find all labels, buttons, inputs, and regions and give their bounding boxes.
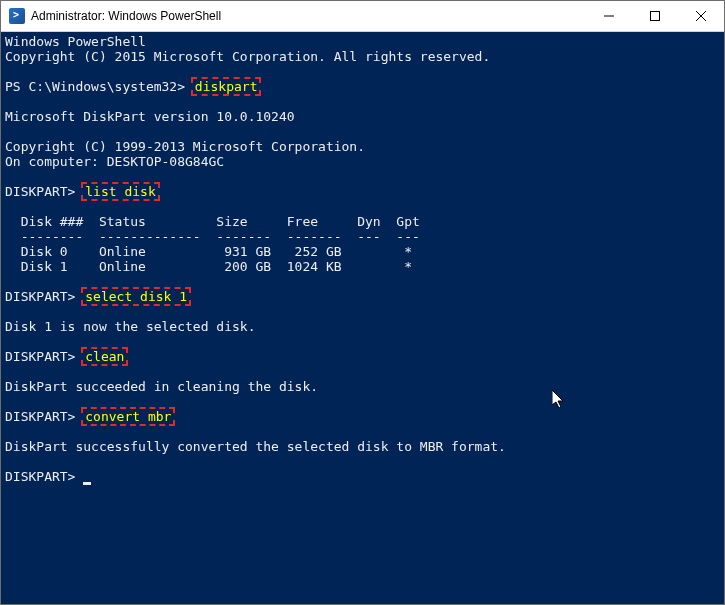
- dp-prompt: DISKPART>: [5, 409, 83, 424]
- table-row: Disk 1 Online 200 GB 1024 KB *: [5, 259, 412, 274]
- terminal-area[interactable]: Windows PowerShell Copyright (C) 2015 Mi…: [1, 32, 724, 604]
- result-text: DiskPart successfully converted the sele…: [5, 439, 506, 454]
- dp-prompt: DISKPART>: [5, 184, 83, 199]
- svg-rect-1: [651, 12, 660, 21]
- dp-prompt: DISKPART>: [5, 349, 83, 364]
- table-sep: -------- ------------- ------- ------- -…: [5, 229, 420, 244]
- result-text: DiskPart succeeded in cleaning the disk.: [5, 379, 318, 394]
- maximize-button[interactable]: [632, 1, 678, 31]
- window-title: Administrator: Windows PowerShell: [31, 9, 586, 23]
- dp-prompt: DISKPART>: [5, 289, 83, 304]
- header-line1: Windows PowerShell: [5, 34, 146, 49]
- diskpart-copyright: Copyright (C) 1999-2013 Microsoft Corpor…: [5, 139, 365, 154]
- header-line2: Copyright (C) 2015 Microsoft Corporation…: [5, 49, 490, 64]
- table-row: Disk 0 Online 931 GB 252 GB *: [5, 244, 412, 259]
- mouse-cursor-icon: [552, 390, 566, 410]
- result-text: Disk 1 is now the selected disk.: [5, 319, 255, 334]
- diskpart-version: Microsoft DiskPart version 10.0.10240: [5, 109, 295, 124]
- powershell-icon: [9, 8, 25, 24]
- dp-prompt: DISKPART>: [5, 469, 83, 484]
- cmd-convert-mbr: convert mbr: [83, 409, 173, 424]
- titlebar[interactable]: Administrator: Windows PowerShell: [1, 1, 724, 32]
- minimize-button[interactable]: [586, 1, 632, 31]
- cmd-diskpart: diskpart: [193, 79, 260, 94]
- diskpart-computer: On computer: DESKTOP-08G84GC: [5, 154, 224, 169]
- table-header: Disk ### Status Size Free Dyn Gpt: [5, 214, 420, 229]
- text-cursor: [83, 482, 91, 485]
- ps-prompt: PS C:\Windows\system32>: [5, 79, 193, 94]
- cmd-select-disk: select disk 1: [83, 289, 189, 304]
- close-button[interactable]: [678, 1, 724, 31]
- cmd-list-disk: list disk: [83, 184, 157, 199]
- powershell-window: Administrator: Windows PowerShell Window…: [0, 0, 725, 605]
- cmd-clean: clean: [83, 349, 126, 364]
